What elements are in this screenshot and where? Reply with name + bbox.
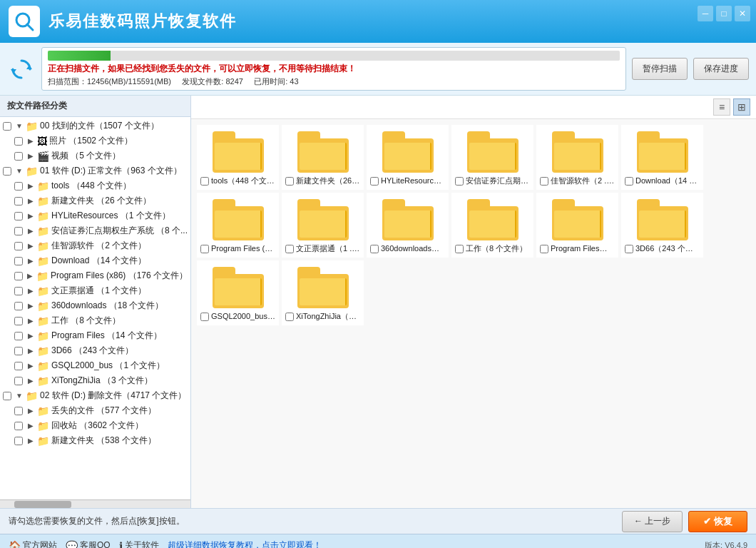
- tree-item-checkbox-10[interactable]: [14, 272, 23, 280]
- official-site-button[interactable]: 🏠 官方网站: [9, 539, 57, 548]
- tree-expand-12[interactable]: ▶: [26, 301, 36, 311]
- file-checkbox-13[interactable]: [285, 313, 294, 321]
- tree-item-16[interactable]: ▶📁GSQL2000_bus （1 个文件）: [0, 358, 190, 373]
- file-item-1[interactable]: 新建文件夹（26 ...）: [282, 125, 364, 190]
- horizontal-scrollbar-thumb[interactable]: [14, 501, 71, 508]
- tree-expand-11[interactable]: ▶: [26, 286, 36, 296]
- file-checkbox-11[interactable]: [625, 245, 633, 253]
- file-checkbox-4[interactable]: [540, 177, 548, 186]
- tree-expand-3[interactable]: ▼: [14, 166, 24, 176]
- left-bottom-scroll[interactable]: [0, 499, 190, 508]
- tree-item-checkbox-11[interactable]: [14, 287, 23, 295]
- close-button[interactable]: ✕: [735, 6, 750, 21]
- file-checkbox-0[interactable]: [200, 177, 209, 186]
- file-checkbox-6[interactable]: [200, 245, 209, 253]
- tree-item-checkbox-15[interactable]: [14, 347, 23, 355]
- tree-item-13[interactable]: ▶📁工作 （8 个文件）: [0, 313, 190, 328]
- tree-area[interactable]: ▼📁00 找到的文件（1507 个文件）▶🖼照片 （1502 个文件）▶🎬视频 …: [0, 117, 190, 499]
- tree-item-checkbox-12[interactable]: [14, 302, 23, 310]
- file-item-10[interactable]: Program Files（14...）: [536, 193, 618, 258]
- tree-expand-16[interactable]: ▶: [26, 361, 36, 371]
- file-item-6[interactable]: Program Files (x8...）: [197, 193, 279, 258]
- tree-expand-8[interactable]: ▶: [26, 241, 36, 251]
- tree-item-19[interactable]: ▶📁丢失的文件 （577 个文件）: [0, 403, 190, 418]
- tree-expand-17[interactable]: ▶: [26, 376, 36, 386]
- tree-item-2[interactable]: ▶🎬视频 （5 个文件）: [0, 148, 190, 163]
- file-checkbox-12[interactable]: [200, 313, 209, 321]
- tree-item-15[interactable]: ▶📁3D66 （243 个文件）: [0, 343, 190, 358]
- minimize-button[interactable]: ─: [698, 6, 713, 21]
- tree-item-checkbox-9[interactable]: [14, 257, 23, 265]
- tree-item-7[interactable]: ▶📁安信证券汇点期权生产系统 （8 个...: [0, 223, 190, 238]
- tree-expand-4[interactable]: ▶: [26, 181, 36, 191]
- tree-item-10[interactable]: ▶📁Program Files (x86) （176 个文件）: [0, 268, 190, 283]
- tree-item-checkbox-6[interactable]: [14, 212, 23, 220]
- tree-expand-1[interactable]: ▶: [26, 136, 36, 146]
- tree-item-checkbox-14[interactable]: [14, 332, 23, 340]
- tree-item-checkbox-2[interactable]: [14, 152, 23, 161]
- tree-item-9[interactable]: ▶📁Download （14 个文件）: [0, 253, 190, 268]
- tree-item-5[interactable]: ▶📁新建文件夹 （26 个文件）: [0, 193, 190, 208]
- file-item-4[interactable]: 佳智源软件（2 ...）: [536, 125, 618, 190]
- list-view-button[interactable]: ≡: [713, 98, 730, 116]
- tree-item-checkbox-0[interactable]: [3, 122, 11, 131]
- file-checkbox-1[interactable]: [285, 177, 294, 186]
- tree-item-20[interactable]: ▶📁回收站 （3602 个文件）: [0, 418, 190, 433]
- file-item-0[interactable]: tools（448 个文件）: [197, 125, 279, 190]
- file-item-8[interactable]: 360downloads（1...）: [367, 193, 449, 258]
- tree-item-checkbox-3[interactable]: [3, 167, 11, 176]
- tree-item-18[interactable]: ▼📁02 软件 (D:) 删除文件（4717 个文件）: [0, 388, 190, 403]
- save-progress-button[interactable]: 保存进度: [693, 58, 749, 80]
- tree-expand-7[interactable]: ▶: [26, 226, 36, 236]
- file-checkbox-10[interactable]: [540, 245, 548, 253]
- tree-expand-21[interactable]: ▶: [26, 436, 36, 446]
- file-item-5[interactable]: Download（14 个...）: [621, 125, 703, 190]
- maximize-button[interactable]: □: [716, 6, 732, 21]
- file-item-13[interactable]: XiTongZhiJia（3 ...）: [282, 260, 364, 325]
- tree-item-checkbox-1[interactable]: [14, 137, 23, 146]
- tree-expand-2[interactable]: ▶: [26, 151, 36, 161]
- tree-item-checkbox-13[interactable]: [14, 317, 23, 325]
- tree-item-21[interactable]: ▶📁新建文件夹 （538 个文件）: [0, 433, 190, 448]
- grid-view-button[interactable]: ⊞: [733, 98, 750, 116]
- tree-item-4[interactable]: ▶📁tools （448 个文件）: [0, 178, 190, 193]
- tree-expand-9[interactable]: ▶: [26, 256, 36, 266]
- file-item-3[interactable]: 安信证券汇点期...（: [451, 125, 533, 190]
- tree-item-checkbox-8[interactable]: [14, 242, 23, 250]
- recover-button[interactable]: ✔ 恢复: [688, 511, 747, 532]
- tree-item-checkbox-4[interactable]: [14, 182, 23, 191]
- tree-item-checkbox-19[interactable]: [14, 407, 23, 415]
- tree-item-checkbox-17[interactable]: [14, 377, 23, 385]
- tree-expand-18[interactable]: ▼: [14, 391, 24, 401]
- tree-item-8[interactable]: ▶📁佳智源软件 （2 个文件）: [0, 238, 190, 253]
- file-checkbox-8[interactable]: [370, 245, 379, 253]
- about-button[interactable]: ℹ 关于软件: [119, 539, 159, 548]
- tree-item-0[interactable]: ▼📁00 找到的文件（1507 个文件）: [0, 118, 190, 133]
- file-item-11[interactable]: 3D66（243 个文...）: [621, 193, 703, 258]
- tree-item-12[interactable]: ▶📁360downloads （18 个文件）: [0, 298, 190, 313]
- tree-expand-20[interactable]: ▶: [26, 421, 36, 431]
- file-item-2[interactable]: HYLiteResources ...（: [367, 125, 449, 190]
- tree-expand-15[interactable]: ▶: [26, 346, 36, 356]
- file-item-9[interactable]: 工作（8 个文件）: [451, 193, 533, 258]
- tree-item-checkbox-18[interactable]: [3, 392, 11, 400]
- tree-expand-10[interactable]: ▶: [26, 271, 35, 281]
- tree-item-checkbox-20[interactable]: [14, 422, 23, 430]
- tree-item-checkbox-21[interactable]: [14, 437, 23, 445]
- tree-item-17[interactable]: ▶📁XiTongZhiJia （3 个文件）: [0, 373, 190, 388]
- file-checkbox-5[interactable]: [625, 177, 633, 186]
- file-item-7[interactable]: 文正票据通（1 ...）: [282, 193, 364, 258]
- tree-expand-13[interactable]: ▶: [26, 316, 36, 326]
- file-checkbox-3[interactable]: [455, 177, 464, 186]
- prev-step-button[interactable]: ← 上一步: [622, 511, 683, 532]
- tutorial-link[interactable]: 超级详细数据恢复教程，点击立即观看！: [168, 539, 322, 548]
- tree-expand-6[interactable]: ▶: [26, 211, 36, 221]
- pause-scan-button[interactable]: 暂停扫描: [632, 58, 688, 80]
- file-item-12[interactable]: GSQL2000_bus（...）: [197, 260, 279, 325]
- tree-item-checkbox-5[interactable]: [14, 197, 23, 206]
- tree-item-checkbox-16[interactable]: [14, 362, 23, 370]
- qq-support-button[interactable]: 💬 客服QQ: [66, 539, 111, 548]
- file-checkbox-7[interactable]: [285, 245, 294, 253]
- tree-expand-5[interactable]: ▶: [26, 196, 36, 206]
- tree-item-3[interactable]: ▼📁01 软件 (D:) 正常文件（963 个文件）: [0, 163, 190, 178]
